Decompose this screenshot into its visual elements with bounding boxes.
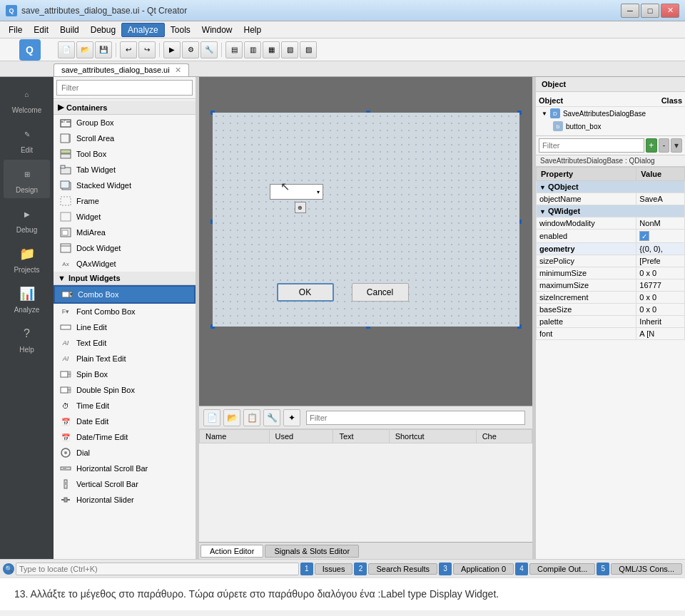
section-containers[interactable]: ▶ Containers bbox=[54, 101, 196, 115]
redo-button[interactable]: ↪ bbox=[138, 41, 156, 58]
widget-combo-box[interactable]: ▾ Combo Box bbox=[54, 285, 196, 304]
filter-add-btn[interactable]: + bbox=[646, 138, 657, 153]
debug-btn[interactable]: 🔧 bbox=[201, 41, 218, 58]
menu-build[interactable]: Build bbox=[54, 24, 85, 36]
widget-dock[interactable]: Dock Widget bbox=[54, 240, 196, 256]
bottom-wrench-btn[interactable]: 🔧 bbox=[263, 409, 280, 426]
maximize-button[interactable]: □ bbox=[641, 4, 659, 18]
menu-analyze[interactable]: Analyze bbox=[121, 23, 165, 37]
editor-tab[interactable]: save_attributes_dialog_base.ui ✕ bbox=[54, 63, 189, 76]
widget-frame[interactable]: Frame bbox=[54, 193, 196, 209]
filter-minus-btn[interactable]: - bbox=[659, 138, 670, 153]
bottom-folder-btn[interactable]: 📂 bbox=[223, 409, 240, 426]
expand-button[interactable]: ⊕ bbox=[295, 202, 306, 213]
widget-v-scroll[interactable]: Vertical Scroll Bar bbox=[54, 476, 196, 492]
cancel-button[interactable]: Cancel bbox=[352, 283, 409, 302]
widget-filter-input[interactable] bbox=[56, 80, 193, 96]
section-input-widgets[interactable]: ▼ Input Widgets bbox=[54, 272, 196, 285]
prop-row-sizeincrement[interactable]: sizeIncrement 0 x 0 bbox=[537, 292, 685, 304]
bottom-add-btn[interactable]: 📄 bbox=[203, 409, 220, 426]
build-button[interactable]: ▶ bbox=[163, 41, 181, 58]
widget-text-edit[interactable]: AI Text Edit bbox=[54, 335, 196, 351]
prop-row-enabled[interactable]: enabled ✓ bbox=[537, 230, 685, 243]
sidebar-help[interactable]: ? Help bbox=[4, 319, 50, 358]
menu-window[interactable]: Window bbox=[196, 24, 238, 36]
enabled-checkbox[interactable]: ✓ bbox=[639, 231, 649, 241]
align-btn5[interactable]: ▨ bbox=[300, 41, 317, 58]
prop-value[interactable]: NonM bbox=[636, 217, 685, 230]
prop-row-geometry[interactable]: geometry {(0, 0), bbox=[537, 243, 685, 255]
menu-help[interactable]: Help bbox=[238, 24, 268, 36]
new-button[interactable]: 📄 bbox=[58, 41, 75, 58]
minimize-button[interactable]: ─ bbox=[621, 4, 639, 18]
menu-debug[interactable]: Debug bbox=[85, 24, 121, 36]
prop-value[interactable]: {(0, 0), bbox=[636, 243, 685, 255]
widget-qax[interactable]: Ax QAxWidget bbox=[54, 256, 196, 272]
widget-plain-text[interactable]: AI Plain Text Edit bbox=[54, 351, 196, 366]
tree-item-dialog[interactable]: ▼ D SaveAttributesDialogBase bbox=[536, 107, 685, 120]
prop-value[interactable]: A [N bbox=[636, 328, 685, 340]
widget-group-box[interactable]: T Group Box bbox=[54, 115, 196, 130]
status-tab-qml[interactable]: QML/JS Cons... bbox=[611, 563, 682, 575]
sidebar-debug[interactable]: ▶ Debug bbox=[4, 200, 50, 238]
combo-widget-in-canvas[interactable]: ▾ bbox=[270, 184, 323, 200]
prop-value[interactable]: 0 x 0 bbox=[636, 292, 685, 304]
menu-edit[interactable]: Edit bbox=[28, 24, 54, 36]
prop-row-objectname[interactable]: objectName SaveA bbox=[537, 193, 685, 205]
prop-value[interactable]: Inherit bbox=[636, 316, 685, 328]
prop-value[interactable]: [Prefe bbox=[636, 255, 685, 267]
align-btn2[interactable]: ▥ bbox=[244, 41, 261, 58]
tab-close-icon[interactable]: ✕ bbox=[175, 66, 181, 74]
status-tab-app[interactable]: Application 0 bbox=[453, 563, 514, 575]
bottom-doc-btn[interactable]: 📋 bbox=[243, 409, 260, 426]
widget-dial[interactable]: Dial bbox=[54, 445, 196, 461]
widget-h-slider[interactable]: Horizontal Slider bbox=[54, 492, 196, 508]
prop-row-font[interactable]: font A [N bbox=[537, 328, 685, 340]
widget-time-edit[interactable]: ⏱ Time Edit bbox=[54, 398, 196, 414]
align-btn3[interactable]: ▦ bbox=[263, 41, 280, 58]
filter-opts-btn[interactable]: ▾ bbox=[671, 138, 682, 153]
prop-row-basesize[interactable]: baseSize 0 x 0 bbox=[537, 304, 685, 316]
open-button[interactable]: 📂 bbox=[76, 41, 93, 58]
prop-row-sizepolicy[interactable]: sizePolicy [Prefe bbox=[537, 255, 685, 267]
status-tab-compile[interactable]: Compile Out... bbox=[529, 563, 595, 575]
widget-double-spin[interactable]: Double Spin Box bbox=[54, 382, 196, 398]
sidebar-design[interactable]: ⊞ Design bbox=[4, 160, 50, 198]
widget-font-combo[interactable]: F▾ Font Combo Box bbox=[54, 304, 196, 319]
sidebar-edit[interactable]: ✎ Edit bbox=[4, 120, 50, 158]
widget-datetime-edit[interactable]: 📅 Date/Time Edit bbox=[54, 429, 196, 445]
widget-line-edit[interactable]: Line Edit bbox=[54, 319, 196, 335]
prop-value[interactable]: SaveA bbox=[636, 193, 685, 205]
status-tab-search[interactable]: Search Results bbox=[368, 563, 437, 575]
prop-row-minsize[interactable]: minimumSize 0 x 0 bbox=[537, 267, 685, 279]
locate-input[interactable] bbox=[16, 563, 299, 575]
widget-scroll-area[interactable]: Scroll Area bbox=[54, 130, 196, 146]
menu-file[interactable]: File bbox=[3, 24, 28, 36]
prop-value[interactable]: 0 x 0 bbox=[636, 304, 685, 316]
property-filter-input[interactable] bbox=[539, 138, 644, 153]
prop-value[interactable]: ✓ bbox=[636, 230, 685, 243]
tab-action-editor[interactable]: Action Editor bbox=[201, 545, 263, 558]
bottom-star-btn[interactable]: ✦ bbox=[283, 409, 300, 426]
widget-tab-widget[interactable]: Tab Widget bbox=[54, 162, 196, 178]
prop-row-maxsize[interactable]: maximumSize 16777 bbox=[537, 279, 685, 292]
prop-value[interactable]: 16777 bbox=[636, 279, 685, 292]
save-button[interactable]: 💾 bbox=[95, 41, 112, 58]
tab-signals-slots[interactable]: Signals & Slots Editor bbox=[265, 545, 359, 558]
widget-stacked[interactable]: Stacked Widget bbox=[54, 178, 196, 193]
align-btn1[interactable]: ▤ bbox=[225, 41, 243, 58]
prop-row-palette[interactable]: palette Inherit bbox=[537, 316, 685, 328]
align-btn4[interactable]: ▧ bbox=[281, 41, 298, 58]
widget-widget[interactable]: Widget bbox=[54, 209, 196, 225]
widget-spin-box[interactable]: Spin Box bbox=[54, 366, 196, 382]
widget-mdi[interactable]: MdiArea bbox=[54, 225, 196, 240]
ok-button[interactable]: OK bbox=[277, 283, 334, 302]
menu-tools[interactable]: Tools bbox=[165, 24, 196, 36]
tree-item-buttonbox[interactable]: b button_box bbox=[536, 120, 685, 133]
sidebar-projects[interactable]: 📁 Projects bbox=[4, 240, 50, 278]
run-button[interactable]: ⚙ bbox=[182, 41, 199, 58]
prop-value[interactable]: 0 x 0 bbox=[636, 267, 685, 279]
prop-row-windowmodality[interactable]: windowModality NonM bbox=[537, 217, 685, 230]
close-button[interactable]: ✕ bbox=[661, 4, 679, 18]
sidebar-analyze[interactable]: 📊 Analyze bbox=[4, 279, 50, 318]
